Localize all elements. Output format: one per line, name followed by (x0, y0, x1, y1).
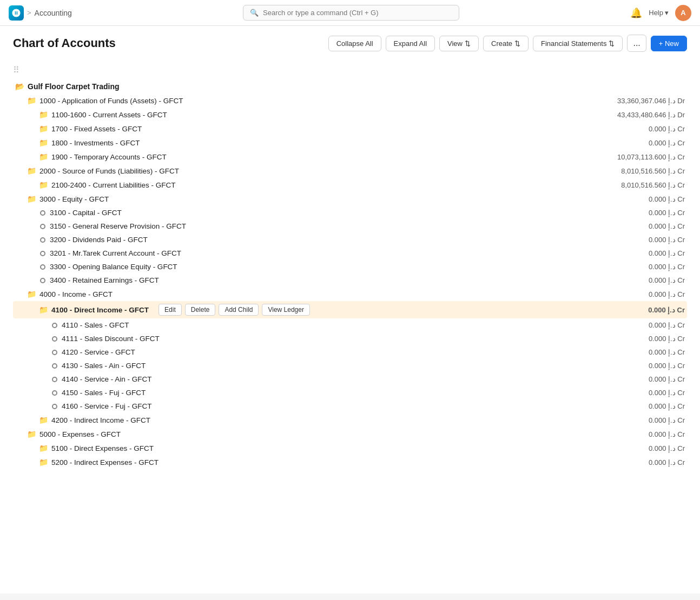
tree-row[interactable]: 3400 - Retained Earnings - GFCT0.000 د.إ… (13, 274, 687, 287)
tree-row-left: 📁1900 - Temporary Accounts - GFCT (39, 152, 617, 161)
expand-all-button[interactable]: Expand All (386, 36, 435, 51)
tree-row-left: 📁3000 - Equity - GFCT (27, 195, 649, 203)
tree-row-left: 📁1100-1600 - Current Assets - GFCT (39, 110, 617, 119)
item-amount: 0.000 د.إ Cr (649, 139, 685, 147)
item-amount: 0.000 د.إ Cr (649, 444, 685, 452)
tree-row[interactable]: 4111 - Sales Discount - GFCT0.000 د.إ Cr (13, 332, 687, 345)
nav-right: 🔔 Help ▾ A (630, 5, 691, 21)
item-amount: 8,010,516.560 د.إ Cr (621, 167, 685, 175)
tree-row-left: 📁2000 - Source of Funds (Liabilities) - … (27, 166, 621, 175)
tree-row[interactable]: 📁5100 - Direct Expenses - GFCT0.000 د.إ … (13, 441, 687, 455)
tree-row[interactable]: 3300 - Opening Balance Equity - GFCT0.00… (13, 260, 687, 274)
tree-row[interactable]: 3100 - Capital - GFCT0.000 د.إ Cr (13, 206, 687, 219)
item-amount: 0.000 د.إ Cr (649, 348, 685, 356)
item-amount: 0.000 د.إ Cr (649, 125, 685, 133)
item-amount: 43,433,480.646 د.إ Dr (617, 111, 685, 119)
drag-handle[interactable]: ⠿ (13, 65, 687, 75)
item-amount: 0.000 د.إ Cr (649, 263, 685, 271)
folder-icon: 📁 (27, 290, 36, 298)
create-button[interactable]: Create ⇅ (483, 36, 529, 51)
item-amount: 0.000 د.إ Cr (649, 195, 685, 203)
tree-row[interactable]: 📁4100 - Direct Income - GFCTEditDeleteAd… (13, 301, 687, 318)
item-label: 4130 - Sales - Ain - GFCT (62, 362, 146, 370)
item-label: 3300 - Opening Balance Equity - GFCT (50, 263, 177, 271)
item-label: 1000 - Application of Funds (Assets) - G… (39, 97, 183, 105)
tree-row[interactable]: 📁1700 - Fixed Assets - GFCT0.000 د.إ Cr (13, 122, 687, 136)
circle-icon (52, 350, 57, 355)
tree-row-left: 📂Gulf Floor Carpet Trading (15, 82, 685, 91)
view-button[interactable]: View ⇅ (439, 36, 479, 51)
circle-icon (40, 210, 45, 216)
avatar[interactable]: A (675, 5, 691, 21)
item-amount: 0.000 د.إ Cr (649, 222, 685, 230)
tree-row-left: 📁1000 - Application of Funds (Assets) - … (27, 96, 617, 105)
new-button[interactable]: + New (651, 36, 687, 51)
header-actions: Collapse All Expand All View ⇅ Create ⇅ … (328, 35, 687, 52)
tree-row-left: 3150 - General Reserve Provision - GFCT (39, 222, 649, 230)
search-input[interactable] (263, 9, 452, 17)
tree-row-left: 📁5000 - Expenses - GFCT (27, 430, 649, 438)
page-title: Chart of Accounts (13, 36, 116, 50)
account-tree: 📂Gulf Floor Carpet Trading📁1000 - Applic… (13, 79, 687, 469)
tree-row[interactable]: 📁4000 - Income - GFCT0.000 د.إ Cr (13, 287, 687, 301)
chevron-down-icon: ▾ (665, 9, 669, 17)
collapse-all-button[interactable]: Collapse All (328, 36, 381, 51)
item-amount: 0.000 د.إ Cr (648, 306, 685, 314)
tree-row[interactable]: 4120 - Service - GFCT0.000 د.إ Cr (13, 345, 687, 359)
tree-row[interactable]: 3150 - General Reserve Provision - GFCT0… (13, 219, 687, 233)
breadcrumb-separator: > (27, 9, 31, 17)
folder-icon: 📁 (39, 181, 48, 189)
notifications-button[interactable]: 🔔 (630, 7, 642, 19)
tree-row[interactable]: 📁2000 - Source of Funds (Liabilities) - … (13, 164, 687, 178)
tree-row[interactable]: 📁5200 - Indirect Expenses - GFCT0.000 د.… (13, 455, 687, 469)
content-area: ⠿ 📂Gulf Floor Carpet Trading📁1000 - Appl… (0, 58, 700, 594)
item-label: 4200 - Indirect Income - GFCT (51, 416, 150, 424)
circle-icon (52, 390, 57, 396)
breadcrumb-accounting[interactable]: Accounting (35, 9, 72, 17)
more-options-button[interactable]: ... (627, 35, 646, 52)
tree-row-left: 3201 - Mr.Tarek Current Account - GFCT (39, 249, 649, 257)
folder-icon: 📁 (39, 124, 48, 133)
tree-row[interactable]: 4140 - Service - Ain - GFCT0.000 د.إ Cr (13, 372, 687, 386)
item-label: 4160 - Service - Fuj - GFCT (62, 402, 152, 410)
tree-row[interactable]: 📁1800 - Investments - GFCT0.000 د.إ Cr (13, 136, 687, 150)
item-label: 3100 - Capital - GFCT (50, 209, 122, 217)
tree-row-left: 4130 - Sales - Ain - GFCT (51, 362, 649, 370)
view-ledger-button[interactable]: View Ledger (262, 304, 310, 316)
tree-row[interactable]: 📁4200 - Indirect Income - GFCT0.000 د.إ … (13, 413, 687, 427)
tree-row[interactable]: 4160 - Service - Fuj - GFCT0.000 د.إ Cr (13, 399, 687, 413)
item-label: 4000 - Income - GFCT (39, 290, 113, 298)
tree-row-left: 📁4200 - Indirect Income - GFCT (39, 416, 649, 424)
tree-row-left: 📁4000 - Income - GFCT (27, 290, 649, 298)
item-amount: 0.000 د.إ Cr (649, 416, 685, 424)
folder-icon: 📁 (39, 305, 48, 314)
circle-icon (52, 363, 57, 369)
item-amount: 0.000 د.إ Cr (649, 276, 685, 284)
financial-statements-button[interactable]: Financial Statements ⇅ (533, 36, 623, 51)
tree-row[interactable]: 4150 - Sales - Fuj - GFCT0.000 د.إ Cr (13, 386, 687, 399)
tree-row[interactable]: 3200 - Dividends Paid - GFCT0.000 د.إ Cr (13, 233, 687, 246)
tree-row[interactable]: 📁1100-1600 - Current Assets - GFCT43,433… (13, 108, 687, 122)
app-logo[interactable] (9, 5, 24, 21)
tree-row[interactable]: 📁5000 - Expenses - GFCT0.000 د.إ Cr (13, 427, 687, 441)
tree-row[interactable]: 4110 - Sales - GFCT0.000 د.إ Cr (13, 318, 687, 332)
tree-row[interactable]: 📁1000 - Application of Funds (Assets) - … (13, 94, 687, 108)
tree-row[interactable]: 4130 - Sales - Ain - GFCT0.000 د.إ Cr (13, 359, 687, 372)
item-amount: 0.000 د.إ Cr (649, 290, 685, 298)
delete-button[interactable]: Delete (185, 304, 216, 316)
tree-row-left: 4110 - Sales - GFCT (51, 321, 649, 329)
help-button[interactable]: Help ▾ (649, 9, 669, 17)
tree-row[interactable]: 📁3000 - Equity - GFCT0.000 د.إ Cr (13, 192, 687, 206)
tree-row[interactable]: 📁1900 - Temporary Accounts - GFCT10,073,… (13, 150, 687, 164)
financial-chevron-icon: ⇅ (609, 39, 615, 48)
search-bar[interactable]: 🔍 (243, 5, 459, 21)
search-container: 🔍 (243, 5, 459, 21)
item-label: 4140 - Service - Ain - GFCT (62, 375, 152, 383)
item-amount: 0.000 د.إ Cr (649, 458, 685, 466)
add-child-button[interactable]: Add Child (219, 304, 259, 316)
tree-row[interactable]: 📁2100-2400 - Current Liabilities - GFCT8… (13, 178, 687, 192)
tree-row[interactable]: 3201 - Mr.Tarek Current Account - GFCT0.… (13, 246, 687, 260)
tree-row[interactable]: 📂Gulf Floor Carpet Trading (13, 79, 687, 94)
item-label: 2000 - Source of Funds (Liabilities) - G… (39, 167, 179, 175)
edit-button[interactable]: Edit (159, 304, 182, 316)
